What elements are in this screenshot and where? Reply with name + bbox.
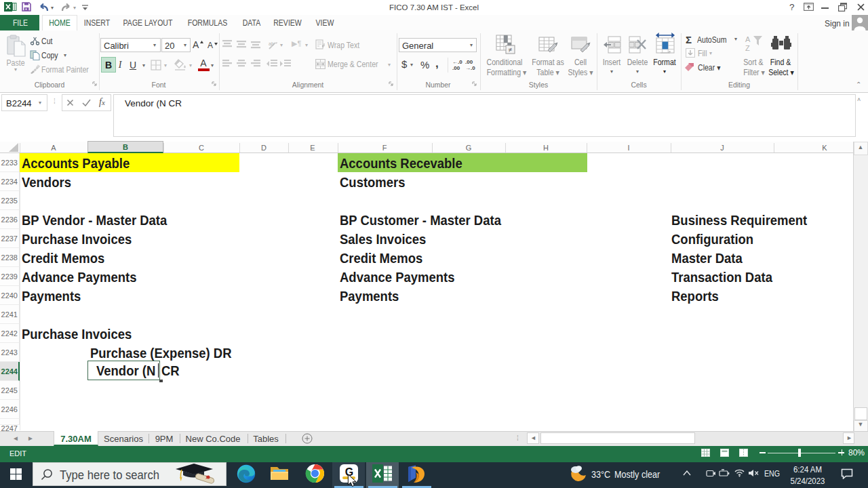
- svg-text:≠: ≠: [509, 46, 513, 54]
- svg-text:A: A: [745, 35, 751, 43]
- svg-text:Z: Z: [745, 44, 750, 52]
- svg-text:ab: ab: [269, 41, 274, 46]
